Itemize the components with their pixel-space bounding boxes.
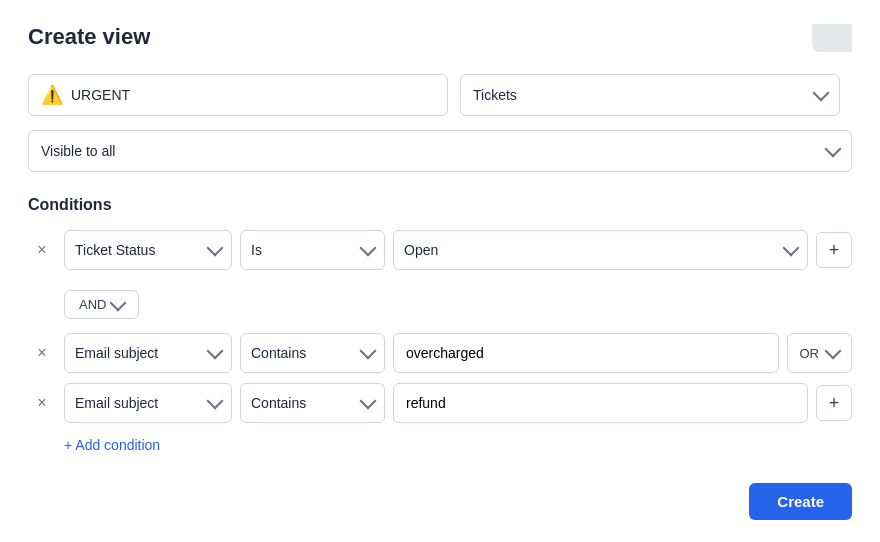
chevron-down-icon [360, 343, 377, 360]
and-label: AND [79, 297, 106, 312]
condition-row: × Ticket Status Is Open + [28, 230, 852, 270]
value-input[interactable] [393, 383, 808, 423]
value-input[interactable] [393, 333, 779, 373]
field-select[interactable]: Ticket Status [64, 230, 232, 270]
view-type-label: Tickets [473, 87, 517, 103]
chevron-down-icon [813, 85, 830, 102]
field-label: Email subject [75, 395, 158, 411]
view-name-value: URGENT [71, 87, 130, 103]
remove-condition-button[interactable]: × [28, 236, 56, 264]
operator-label: Contains [251, 395, 306, 411]
chevron-down-icon [360, 393, 377, 410]
operator-select[interactable]: Contains [240, 333, 385, 373]
and-connector-button[interactable]: AND [64, 290, 139, 319]
add-condition-row-button[interactable]: + [816, 385, 852, 421]
remove-condition-button[interactable]: × [28, 389, 56, 417]
add-condition-row-button[interactable]: + [816, 232, 852, 268]
remove-condition-button[interactable]: × [28, 339, 56, 367]
chevron-down-icon [207, 240, 224, 257]
or-label: OR [800, 346, 820, 361]
value-select[interactable]: Open [393, 230, 808, 270]
condition-row: × Email subject Contains + [28, 383, 852, 423]
operator-select[interactable]: Is [240, 230, 385, 270]
chevron-down-icon [110, 294, 127, 311]
operator-select[interactable]: Contains [240, 383, 385, 423]
operator-label: Contains [251, 345, 306, 361]
chevron-down-icon [207, 393, 224, 410]
value-label: Open [404, 242, 438, 258]
footer: Create [28, 483, 852, 520]
visibility-label: Visible to all [41, 143, 115, 159]
field-label: Ticket Status [75, 242, 155, 258]
chevron-down-icon [207, 343, 224, 360]
or-connector-button[interactable]: OR [787, 333, 853, 373]
field-select[interactable]: Email subject [64, 333, 232, 373]
page-title: Create view [28, 24, 852, 50]
conditions-section: Conditions × Ticket Status Is Open + AND [28, 196, 852, 453]
view-name-input[interactable]: ⚠️ URGENT [28, 74, 448, 116]
field-select[interactable]: Email subject [64, 383, 232, 423]
operator-label: Is [251, 242, 262, 258]
chevron-down-icon [825, 141, 842, 158]
create-button[interactable]: Create [749, 483, 852, 520]
chevron-down-icon [783, 240, 800, 257]
conditions-title: Conditions [28, 196, 852, 214]
chevron-down-icon [825, 343, 842, 360]
add-condition-row: + Add condition [64, 437, 852, 453]
view-type-select[interactable]: Tickets [460, 74, 840, 116]
visibility-select[interactable]: Visible to all [28, 130, 852, 172]
condition-row: × Email subject Contains OR [28, 333, 852, 373]
field-label: Email subject [75, 345, 158, 361]
warning-icon: ⚠️ [41, 84, 63, 106]
chevron-down-icon [360, 240, 377, 257]
add-condition-button[interactable]: + Add condition [64, 437, 160, 453]
